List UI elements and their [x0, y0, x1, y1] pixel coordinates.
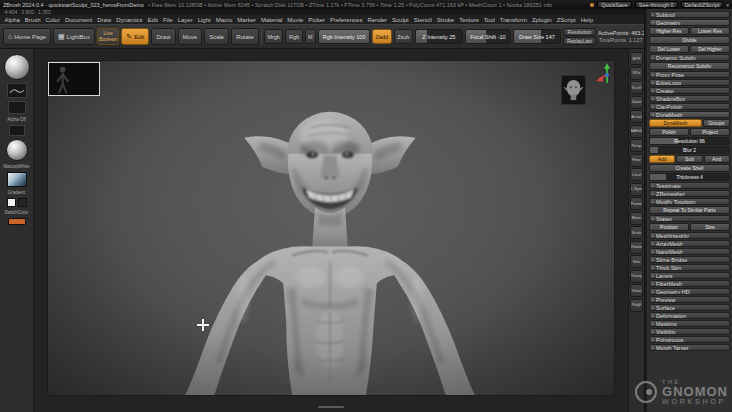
- tool-preview-thumbnail[interactable]: [561, 75, 586, 105]
- menu-file[interactable]: File: [160, 17, 175, 23]
- tray-section-geometry[interactable]: ▾Geometry: [649, 19, 730, 26]
- tray-sub-button[interactable]: Sub: [676, 155, 702, 163]
- tray-section-surface[interactable]: ▸Surface: [649, 304, 730, 311]
- menu-zscript[interactable]: ZScript: [554, 17, 578, 23]
- secondary-color-swatch[interactable]: [18, 198, 27, 207]
- tray-section-masking[interactable]: ▸Masking: [649, 320, 730, 327]
- tray-size-button[interactable]: Size: [690, 223, 730, 231]
- scale-button[interactable]: Scale: [204, 28, 229, 45]
- menu-brush[interactable]: Brush: [22, 17, 43, 23]
- rightshelf-frame-button[interactable]: Frame: [630, 197, 643, 210]
- tray-groups-button[interactable]: Groups: [703, 119, 730, 127]
- rightshelf-l-sym-button[interactable]: L.Sym: [630, 183, 643, 196]
- menu-sculpt[interactable]: Sculpt: [390, 17, 412, 23]
- menu-light[interactable]: Light: [195, 17, 213, 23]
- tray-section-morph-target[interactable]: ▸Morph Target: [649, 344, 730, 351]
- resolution-button[interactable]: Resolution: [563, 28, 596, 36]
- tray-section-dynamic-subdiv[interactable]: ▸Dynamic Subdiv: [649, 54, 730, 61]
- rightshelf-persp-button[interactable]: Persp: [630, 139, 643, 152]
- tray-blur-2-slider[interactable]: Blur 2: [649, 146, 730, 154]
- orientation-gizmo[interactable]: [594, 61, 620, 87]
- tray-section-stager[interactable]: ▸Stager: [649, 215, 730, 222]
- tray-section-arraymesh[interactable]: ▸ArrayMesh: [649, 240, 730, 247]
- menu-tool[interactable]: Tool: [481, 17, 497, 23]
- quicksave-button[interactable]: QuickSave: [597, 1, 632, 8]
- rightshelf-rotate-button[interactable]: Rotate: [630, 241, 643, 254]
- brush-thumbnail[interactable]: [4, 54, 30, 80]
- mrgb-toggle[interactable]: Mrgb: [264, 29, 284, 44]
- tray-section-deformation[interactable]: ▸Deformation: [649, 312, 730, 319]
- rightshelf-scroll-button[interactable]: Scroll: [630, 81, 643, 94]
- color-picker[interactable]: [7, 172, 27, 187]
- menu-help[interactable]: Help: [578, 17, 595, 23]
- tray-del-higher-button[interactable]: Del Higher: [690, 45, 730, 53]
- menu-macro[interactable]: Macro: [213, 17, 235, 23]
- tray-and-button[interactable]: And: [704, 155, 730, 163]
- document[interactable]: [47, 60, 615, 396]
- rightshelf-zoom-button[interactable]: Zoom: [630, 96, 643, 109]
- menu-material[interactable]: Material: [259, 17, 285, 23]
- tray-del-lower-button[interactable]: Del Lower: [649, 45, 689, 53]
- document-hscrollbar[interactable]: [317, 405, 345, 409]
- menu-marker[interactable]: Marker: [235, 17, 259, 23]
- see-through-slider[interactable]: See-through 0: [635, 1, 678, 8]
- home-page-button[interactable]: ⌂ Home Page: [3, 28, 51, 45]
- switch-color-button[interactable]: SwitchColor: [4, 210, 28, 215]
- main-color-swatch[interactable]: [7, 198, 16, 207]
- lightbox-button[interactable]: ▦ LightBox: [53, 28, 95, 45]
- tray-section-geometry-hd[interactable]: ▸Geometry HD: [649, 288, 730, 295]
- focal-shift-slider[interactable]: Focal Shift -10: [465, 29, 511, 44]
- texture-thumbnail[interactable]: [9, 125, 25, 136]
- rotate-button[interactable]: Rotate: [231, 28, 259, 45]
- rightshelf-move-button[interactable]: Move: [630, 212, 643, 225]
- m-toggle[interactable]: M: [305, 29, 317, 44]
- tray-section-polygroups[interactable]: ▸Polygroups: [649, 336, 730, 343]
- tray-section-meshintegrity[interactable]: ▸MeshIntegrity: [649, 232, 730, 239]
- rightshelf-spix-button[interactable]: SPix: [630, 67, 643, 80]
- tray-section-crease[interactable]: ▸Crease: [649, 87, 730, 94]
- menu-edit[interactable]: Edit: [145, 17, 160, 23]
- tray-section-preview[interactable]: ▸Preview: [649, 296, 730, 303]
- menu-draw[interactable]: Draw: [95, 17, 114, 23]
- menu-texture[interactable]: Texture: [457, 17, 482, 23]
- canvas[interactable]: [34, 49, 628, 412]
- z-intensity-slider[interactable]: Z Intensity 25: [415, 29, 463, 44]
- tray-section-zremesher[interactable]: ▸ZRemesher: [649, 190, 730, 197]
- stroke-thumbnail[interactable]: [7, 83, 27, 98]
- tray-section-dynamesh[interactable]: ▾DynaMesh: [649, 111, 730, 118]
- tray-thickness-4-slider[interactable]: Thickness 4: [649, 173, 730, 181]
- tray-add-button[interactable]: Add: [649, 155, 675, 163]
- material-thumbnail[interactable]: [6, 139, 28, 161]
- menu-render[interactable]: Render: [365, 17, 390, 23]
- tray-higher-res-button[interactable]: Higher Res: [649, 27, 689, 35]
- zadd-toggle[interactable]: Zadd: [372, 29, 392, 44]
- tray-section-nanomesh[interactable]: ▸NanoMesh: [649, 248, 730, 255]
- rightshelf-local-button[interactable]: Local: [630, 168, 643, 181]
- rightshelf-actual-button[interactable]: Actual: [630, 110, 643, 123]
- menu-layer[interactable]: Layer: [175, 17, 195, 23]
- tray-section-proxy-pose[interactable]: ▸Proxy Pose: [649, 71, 730, 78]
- rightshelf-polyf-button[interactable]: PolyF: [630, 299, 643, 312]
- menu-preferences[interactable]: Preferences: [328, 17, 365, 23]
- edit-button[interactable]: ✎ Edit: [121, 28, 149, 45]
- zsub-toggle[interactable]: Zsub: [394, 29, 413, 44]
- rightshelf-aahalf-button[interactable]: AAHalf: [630, 125, 643, 138]
- rgb-intensity-slider[interactable]: Rgb Intensity 100: [318, 29, 370, 44]
- tray-section-edgeloop[interactable]: ▸EdgeLoop: [649, 79, 730, 86]
- rightshelf-solo-button[interactable]: Solo: [630, 255, 643, 268]
- tray-dynamesh-button[interactable]: DynaMesh: [649, 119, 702, 127]
- tray-divide-button[interactable]: Divide: [649, 36, 730, 44]
- move-button[interactable]: Move: [178, 28, 203, 45]
- menu-dynamics[interactable]: Dynamics: [114, 17, 145, 23]
- chevron-down-icon[interactable]: ▾: [726, 2, 729, 8]
- rightshelf-scale-button[interactable]: Scale: [630, 226, 643, 239]
- draw-size-slider[interactable]: Draw Size 147: [513, 29, 561, 44]
- tray-section-shadowbox[interactable]: ▸ShadowBox: [649, 95, 730, 102]
- tray-section-modify-topology[interactable]: ▸Modify Topology: [649, 198, 730, 205]
- menu-picker[interactable]: Picker: [306, 17, 328, 23]
- tray-section-layers[interactable]: ▸Layers: [649, 272, 730, 279]
- menu-stencil[interactable]: Stencil: [411, 17, 434, 23]
- tray-section-claypolish[interactable]: ▸ClayPolish: [649, 103, 730, 110]
- tray-reconstruct-subdiv-button[interactable]: Reconstruct Subdiv: [649, 62, 730, 70]
- rightshelf-floor-button[interactable]: Floor: [630, 154, 643, 167]
